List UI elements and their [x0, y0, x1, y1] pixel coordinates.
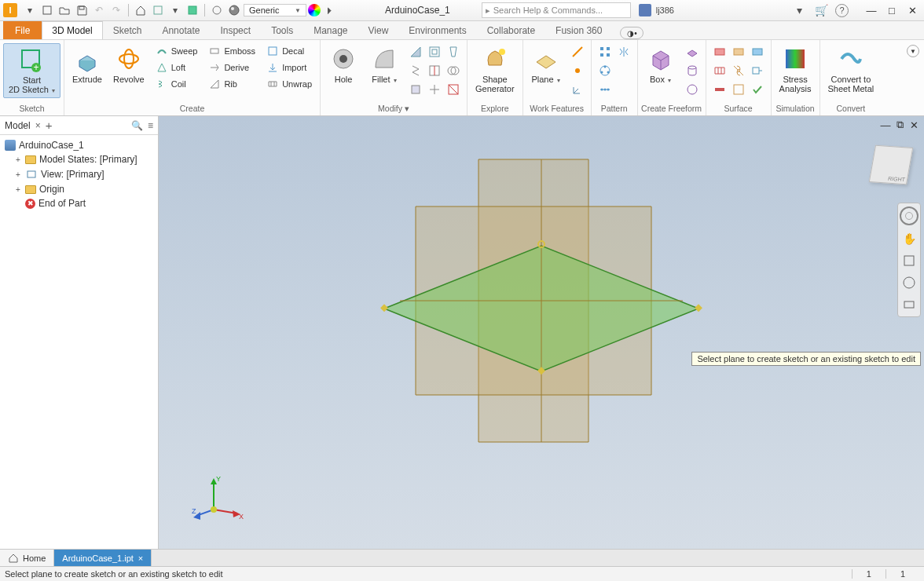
save-icon[interactable] — [74, 2, 90, 18]
emboss-button[interactable]: Emboss — [205, 43, 258, 59]
redo-icon[interactable]: ↷ — [108, 2, 124, 18]
open-icon[interactable] — [57, 2, 72, 18]
minimize-button[interactable]: — — [863, 3, 880, 17]
viewport-restore-icon[interactable]: ⧉ — [894, 119, 905, 130]
doc-tab-close-icon[interactable]: × — [138, 554, 143, 563]
viewport-minimize-icon[interactable]: — — [880, 119, 891, 130]
repair-bodies-icon[interactable] — [749, 81, 766, 98]
freeform-sphere-icon[interactable] — [684, 81, 701, 98]
stitch-icon[interactable] — [711, 43, 728, 60]
material-lib-icon[interactable] — [209, 2, 225, 18]
freeform-cylinder-icon[interactable] — [684, 62, 701, 79]
tree-origin[interactable]: + Origin — [3, 182, 155, 196]
browser-search-icon[interactable]: 🔍 — [131, 120, 143, 131]
home-icon[interactable] — [133, 2, 148, 18]
tab-3d-model[interactable]: 3D Model — [42, 21, 102, 39]
expand-icon[interactable]: + — [14, 170, 22, 179]
draft-icon[interactable] — [445, 43, 462, 60]
expand-icon[interactable]: + — [14, 185, 22, 194]
shell-icon[interactable] — [426, 43, 443, 60]
move-bodies-icon[interactable] — [426, 81, 443, 98]
qat-overflow-icon[interactable]: ⏵ — [322, 2, 338, 18]
undo-icon[interactable]: ↶ — [91, 2, 107, 18]
model-tab-add-icon[interactable]: + — [46, 119, 53, 132]
ribbon-help-icon[interactable]: ▼ — [907, 45, 919, 57]
origin-planes[interactable] — [353, 152, 730, 481]
search-input[interactable]: ▸ Search Help & Commands... — [482, 2, 631, 18]
extrude-button[interactable]: Extrude — [68, 43, 107, 86]
team-icon[interactable] — [150, 2, 166, 18]
tab-view[interactable]: View — [358, 21, 399, 39]
appearance-icon[interactable] — [226, 2, 242, 18]
new-file-icon[interactable]: ▾ — [22, 2, 38, 18]
decal-button[interactable]: Decal — [263, 43, 315, 59]
replace-face-icon[interactable] — [730, 81, 747, 98]
axis-icon[interactable] — [569, 43, 586, 60]
point-icon[interactable] — [569, 62, 586, 79]
viewport-3d[interactable]: — ⧉ ✕ RIGHT ✋ — [159, 116, 924, 549]
circular-pattern-icon[interactable] — [596, 62, 614, 79]
start-2d-sketch-button[interactable]: + Start 2D Sketch ▾ — [3, 43, 60, 98]
steering-wheel-icon[interactable] — [900, 206, 918, 225]
cart-icon[interactable]: 🛒 — [813, 2, 829, 18]
ucs-icon[interactable] — [569, 81, 586, 98]
orbit-icon[interactable] — [900, 274, 918, 291]
hole-button[interactable]: Hole — [324, 43, 363, 86]
part-color-icon[interactable] — [185, 2, 200, 18]
rectangular-pattern-icon[interactable] — [596, 43, 614, 60]
tab-inspect[interactable]: Inspect — [210, 21, 261, 39]
help-icon[interactable]: ? — [835, 4, 849, 17]
chamfer-icon[interactable] — [407, 43, 424, 60]
tree-root[interactable]: ArduinoCase_1 — [3, 138, 155, 152]
model-tab-label[interactable]: Model — [5, 120, 31, 131]
unwrap-button[interactable]: Unwrap — [263, 76, 315, 92]
zoom-icon[interactable] — [900, 252, 918, 269]
tab-file[interactable]: File — [3, 21, 42, 39]
fillet-button[interactable]: Fillet ▾ — [365, 43, 404, 87]
sketch-driven-pattern-icon[interactable] — [596, 81, 614, 98]
tab-fusion360[interactable]: Fusion 360 — [545, 21, 612, 39]
ruled-surface-icon[interactable] — [711, 62, 728, 79]
close-button[interactable]: ✕ — [904, 3, 921, 17]
import-button[interactable]: Import — [263, 60, 315, 75]
combine-icon[interactable] — [445, 62, 462, 79]
sculpt-icon[interactable] — [749, 43, 766, 60]
coil-button[interactable]: Coil — [152, 76, 201, 92]
document-tab[interactable]: ArduinoCase_1.ipt × — [54, 550, 152, 566]
tab-sketch[interactable]: Sketch — [103, 21, 152, 39]
thicken-icon[interactable] — [711, 81, 728, 98]
revolve-button[interactable]: Revolve — [108, 43, 149, 86]
tree-view[interactable]: + View: [Primary] — [3, 166, 155, 182]
direct-edit-icon[interactable] — [407, 81, 424, 98]
user-account[interactable]: lj386 — [639, 4, 674, 16]
sheet-metal-button[interactable]: Convert to Sheet Metal — [823, 43, 879, 95]
thread-icon[interactable] — [407, 62, 424, 79]
tree-model-states[interactable]: + Model States: [Primary] — [3, 152, 155, 166]
tab-tools[interactable]: Tools — [261, 21, 303, 39]
shape-generator-button[interactable]: Shape Generator — [471, 43, 519, 95]
split-icon[interactable] — [426, 62, 443, 79]
loft-button[interactable]: Loft — [152, 60, 201, 75]
browser-menu-icon[interactable]: ≡ — [148, 120, 153, 131]
group-modify-label[interactable]: Modify ▾ — [324, 103, 464, 115]
plane-button[interactable]: Plane ▾ — [526, 43, 566, 87]
pan-icon[interactable]: ✋ — [900, 230, 918, 247]
box-button[interactable]: Box ▾ — [641, 43, 680, 87]
home-doc-tab[interactable]: Home — [0, 550, 54, 566]
lookat-icon[interactable] — [900, 296, 918, 313]
model-tab-close-icon[interactable]: × — [35, 120, 41, 131]
tab-manage[interactable]: Manage — [303, 21, 358, 39]
app-icon[interactable]: I — [3, 3, 17, 17]
teach-mode-icon[interactable]: ◑• — [620, 27, 644, 39]
sweep-button[interactable]: Sweep — [152, 43, 201, 59]
freeform-plane-icon[interactable] — [684, 43, 701, 60]
new-doc-icon[interactable] — [39, 2, 55, 18]
view-cube[interactable]: RIGHT — [869, 145, 913, 185]
derive-button[interactable]: Derive — [205, 60, 258, 75]
dropdown-icon[interactable]: ▾ — [791, 2, 807, 18]
expand-icon[interactable]: + — [14, 155, 22, 164]
patch-icon[interactable] — [730, 43, 747, 60]
color-wheel-icon[interactable] — [308, 4, 321, 16]
tab-collaborate[interactable]: Collaborate — [477, 21, 545, 39]
maximize-button[interactable]: □ — [883, 3, 900, 17]
